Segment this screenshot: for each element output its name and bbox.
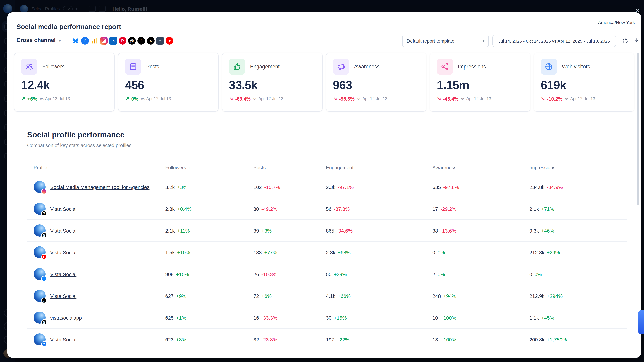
threads-badge-icon: @ [41, 232, 47, 238]
download-icon[interactable] [633, 37, 640, 44]
posts-cell: 32-23.8% [254, 337, 326, 342]
threads-icon[interactable]: @ [128, 37, 136, 44]
profile-avatar [34, 181, 46, 193]
column-header-profile[interactable]: Profile [34, 165, 165, 170]
followers-icon [21, 59, 37, 75]
chat-widget-button[interactable] [638, 310, 644, 334]
awareness-cell: 17-29.2% [432, 206, 529, 212]
trend-arrow-icon: ↘ [333, 96, 337, 102]
engagement-cell: 30+15% [326, 315, 432, 321]
svg-text:t: t [160, 38, 161, 43]
report-template-value: Default report template [407, 38, 454, 43]
report-template-select[interactable]: Default report template ▾ [402, 34, 489, 47]
bluesky-icon[interactable] [72, 37, 80, 44]
report-modal: Social media performance report America/… [8, 12, 641, 358]
facebook-icon[interactable]: f [81, 37, 89, 44]
trend-arrow-icon: ↘ [229, 96, 233, 102]
profile-avatar: X [34, 203, 46, 215]
profile-cell: f Vista Social [34, 333, 165, 346]
refresh-icon[interactable] [622, 37, 628, 44]
metric-cards: Followers 12.4k ↗ +6% vs Apr 12-Jul 13 P… [14, 53, 634, 112]
metric-compare-label: vs Apr 12-Jul 13 [565, 96, 595, 101]
x-icon[interactable]: X [147, 37, 154, 44]
metric-label: Engagement [250, 64, 280, 70]
profile-avatar: @ [34, 312, 46, 324]
tiktok-icon[interactable]: ♪ [138, 37, 145, 44]
metric-compare-label: vs Apr 12-Jul 13 [40, 96, 70, 101]
metric-delta: +6% [27, 96, 37, 101]
posts-cell: 26-10.3% [254, 271, 326, 277]
scrollbar-thumb[interactable] [636, 53, 639, 205]
profile-link[interactable]: Vista Social [50, 271, 76, 277]
profile-cell: ▶ Vista Social [34, 246, 165, 258]
profile-link[interactable]: Vista Social [50, 249, 76, 255]
column-header-posts[interactable]: Posts [254, 165, 326, 170]
metric-value: 12.4k [21, 78, 108, 92]
posts-cell: 39+3% [254, 228, 326, 233]
pinterest-icon[interactable]: P [119, 37, 126, 44]
profile-link[interactable]: Vista Social [50, 293, 76, 299]
trend-arrow-icon: ↗ [125, 96, 129, 102]
metric-value: 963 [333, 78, 420, 92]
linkedin-icon[interactable]: in [109, 37, 117, 44]
date-range-value: Jul 14, 2025 - Oct 14, 2025 vs Apr 12, 2… [498, 38, 610, 43]
profile-link[interactable]: vistasocialapp [50, 315, 82, 321]
svg-text:f: f [84, 38, 86, 43]
youtube-badge-icon: ▶ [41, 254, 47, 260]
column-header-followers[interactable]: Followers ↓ [165, 165, 254, 170]
profile-link[interactable]: Vista Social [50, 228, 76, 233]
google-business-icon[interactable] [90, 37, 98, 44]
followers-cell: 627+9% [165, 293, 254, 299]
impressions-cell: 1.1k+45% [529, 315, 627, 321]
column-header-engagement[interactable]: Engagement [326, 165, 432, 170]
table-row: ▶ Vista Social 1.5k+10% 133+77% 2.8k+68%… [27, 242, 627, 263]
engagement-cell: 197+22% [326, 337, 432, 342]
column-header-awareness[interactable]: Awareness [432, 165, 529, 170]
trend-arrow-icon: ↘ [541, 96, 545, 102]
close-icon[interactable]: × [634, 7, 642, 14]
instagram-icon[interactable] [100, 37, 108, 44]
svg-text:in: in [112, 39, 115, 43]
impressions-cell: 2.1k+71% [529, 206, 627, 212]
awareness-cell: 13+160% [432, 337, 529, 342]
table-row: ♪ Vista Social 627+9% 72+6% 4.1k+66% 248… [27, 285, 627, 307]
posts-cell: 133+77% [254, 249, 326, 255]
sort-desc-icon: ↓ [188, 165, 190, 170]
metric-card: Followers 12.4k ↗ +6% vs Apr 12-Jul 13 [14, 53, 115, 112]
table-row: Social Media Management Tool for Agencie… [27, 176, 627, 198]
metric-value: 619k [541, 78, 627, 92]
table-header-row: Profile Followers ↓ Posts Engagement Awa… [27, 159, 627, 176]
profile-cell: @ vistasocialapp [34, 312, 165, 324]
section-header: Social profile performance Comparison of… [27, 130, 132, 148]
metric-card: Posts 456 ↗ 0% vs Apr 12-Jul 13 [118, 53, 218, 112]
channel-selector[interactable]: Cross channel ▾ [16, 37, 61, 43]
profile-link[interactable]: Social Media Management Tool for Agencie… [50, 184, 149, 190]
youtube-icon[interactable] [166, 37, 173, 44]
facebook-badge-icon: f [41, 341, 47, 347]
table-row: @ vistasocialapp 625+1% 16-33.3% 30+15% … [27, 307, 627, 329]
tumblr-icon[interactable]: t [156, 37, 164, 44]
column-header-impressions[interactable]: Impressions [529, 165, 627, 170]
section-subtitle: Comparison of key stats across selected … [27, 143, 132, 148]
followers-cell: 623+8% [165, 337, 254, 342]
engagement-cell: 56-37.8% [326, 206, 432, 212]
impressions-cell: 00% [529, 271, 627, 277]
metric-value: 456 [125, 78, 212, 92]
metric-compare-label: vs Apr 12-Jul 13 [253, 96, 283, 101]
metric-label: Posts [146, 64, 159, 70]
profile-cell: ♪ Vista Social [34, 290, 165, 302]
metric-card: Awareness 963 ↘ -96.8% vs Apr 12-Jul 13 [326, 53, 426, 112]
posts-cell: 102-15.7% [254, 184, 326, 190]
engagement-cell: 4.1k+66% [326, 293, 432, 299]
metric-label: Impressions [458, 64, 486, 70]
profile-link[interactable]: Vista Social [50, 337, 76, 342]
trend-arrow-icon: ↘ [437, 96, 441, 102]
instagram-badge-icon [41, 189, 47, 194]
table-row: @ Vista Social 2.1k+11% 39+3% 865-34.6% … [27, 220, 627, 242]
profile-link[interactable]: Vista Social [50, 206, 76, 212]
followers-cell: 3.2k+3% [165, 184, 254, 190]
profile-table-body: Social Media Management Tool for Agencie… [27, 176, 627, 351]
date-range-picker[interactable]: Jul 14, 2025 - Oct 14, 2025 vs Apr 12, 2… [492, 34, 616, 47]
trend-arrow-icon: ↗ [21, 96, 25, 102]
profile-performance-table: Profile Followers ↓ Posts Engagement Awa… [27, 159, 627, 351]
